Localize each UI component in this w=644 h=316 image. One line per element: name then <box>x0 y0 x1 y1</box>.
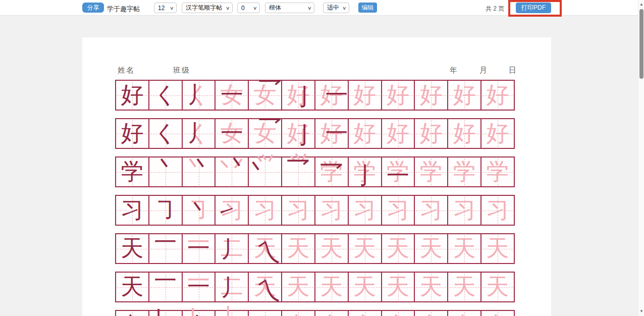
practice-cell: 习 <box>116 196 149 225</box>
practice-cell: 丿冂 <box>216 311 249 316</box>
practice-cell: 女乛 <box>249 119 282 148</box>
practice-cell: 学 <box>116 157 149 186</box>
practice-cell: 习 <box>249 196 282 225</box>
trace-glyph: 天 <box>382 234 414 263</box>
practice-cell: 天 <box>415 273 448 301</box>
practice-cell: 学乛 <box>315 157 349 186</box>
practice-cell: 好 <box>382 119 415 148</box>
practice-cell: 习 <box>382 196 415 225</box>
trace-glyph: 好 <box>481 81 514 110</box>
practice-cell: 习 <box>349 196 382 225</box>
trace-glyph: 天 <box>448 234 480 263</box>
stroke-glyph: 乀 <box>253 238 285 267</box>
scroll-down-icon[interactable]: ▼ <box>638 308 644 315</box>
name-label: 姓名 <box>118 66 135 75</box>
practice-cell: 天乀 <box>249 273 282 301</box>
practice-cell: 天 <box>415 234 448 263</box>
practice-cell: 学 <box>481 157 514 186</box>
offset-value: 0 <box>241 5 245 12</box>
practice-cell: 好一 <box>315 81 349 110</box>
practice-cell: 好 <box>448 119 481 148</box>
day-label: 日 <box>509 66 517 75</box>
scrollbar-thumb[interactable] <box>639 9 643 79</box>
practice-cell: 二丿 <box>216 234 249 263</box>
practice-grid: 好くく丿女一女乛好亅好一好好好好好好くく丿女一女乛好亅好一好好好好好学丶丶丶丷丶… <box>115 80 515 316</box>
trace-glyph: 好 <box>448 119 480 148</box>
practice-cell: 女一 <box>216 119 249 148</box>
stroke-glyph: く <box>149 119 182 148</box>
practice-cell: 向 <box>481 311 514 316</box>
practice-cell: 天 <box>481 234 514 263</box>
practice-cell: ㇆ <box>149 196 183 225</box>
stroke-glyph: 丨 <box>182 312 214 316</box>
practice-cell: 向 <box>448 311 481 316</box>
month-label: 月 <box>479 66 488 75</box>
grid-row-1-好: 好くく丿女一女乛好亅好一好好好好好 <box>115 80 515 111</box>
font-size-select[interactable]: 12 ∨ <box>154 3 177 13</box>
toolbar: 分享 学于趣字帖 12 ∨ 汉字笔顺字帖 ∨ 0 ∨ 楷体 ∨ 适中 ∨ 编辑 … <box>0 0 644 16</box>
font-family-value: 楷体 <box>269 4 281 12</box>
practice-cell: 天 <box>448 273 481 301</box>
stroke-glyph: 乛 <box>254 113 286 142</box>
print-pdf-button[interactable]: 打印PDF <box>516 3 551 13</box>
edit-button[interactable]: 编辑 <box>358 3 377 13</box>
grid-row-2-好: 好くく丿女一女乛好亅好一好好好好好 <box>115 118 515 149</box>
practice-cell: 习㇀ <box>216 196 249 225</box>
stroke-glyph: 丶 <box>186 151 218 180</box>
scroll-up-icon[interactable]: ▲ <box>638 1 644 8</box>
practice-cell: 天 <box>282 273 315 301</box>
chevron-down-icon: ∨ <box>170 6 174 11</box>
stroke-glyph: ㇀ <box>210 200 243 229</box>
stroke-glyph: 乛 <box>282 154 314 183</box>
class-label: 班级 <box>173 66 190 75</box>
stroke-glyph: 向 <box>116 311 148 316</box>
stroke-glyph: 丿 <box>146 306 179 316</box>
stroke-glyph: 好 <box>116 119 148 148</box>
worksheet-page: 姓名 班级 年 月 日 好くく丿女一女乛好亅好一好好好好好好くく丿女一女乛好亅好… <box>82 37 551 316</box>
density-select[interactable]: 适中 ∨ <box>323 3 349 13</box>
practice-cell: 好 <box>116 81 149 110</box>
practice-cell: 向一 <box>315 311 349 316</box>
offset-select[interactable]: 0 ∨ <box>237 3 260 13</box>
stroke-glyph: 乀 <box>253 277 285 305</box>
stroke-glyph: 一 <box>216 81 248 110</box>
practice-cell: 习 <box>481 196 514 225</box>
stroke-glyph: 丨 <box>249 313 281 316</box>
trace-glyph: 天 <box>282 273 314 301</box>
stroke-glyph: 一 <box>183 234 215 263</box>
chevron-down-icon: ∨ <box>253 6 257 11</box>
practice-cell: 好 <box>415 119 448 148</box>
grid-row-6-天: 天一一一二丿天乀天天天天天天天 <box>115 272 515 302</box>
stroke-glyph: 一 <box>382 162 414 190</box>
practice-cell: 天 <box>116 273 149 301</box>
stroke-glyph: 乛 <box>315 159 348 187</box>
practice-cell: 学 <box>415 157 448 186</box>
practice-cell: 女乛 <box>249 81 282 110</box>
trace-glyph: 习 <box>481 196 514 225</box>
scrollbar[interactable]: ▲ ▼ <box>638 0 644 316</box>
practice-cell: 习 <box>415 196 448 225</box>
sheet-type-select[interactable]: 汉字笔顺字帖 ∨ <box>182 3 233 13</box>
trace-glyph: 好 <box>448 81 480 110</box>
font-family-select[interactable]: 楷体 ∨ <box>265 3 314 13</box>
practice-cell: 习 <box>282 196 315 225</box>
stroke-glyph: 亅 <box>288 83 320 112</box>
practice-cell: 好 <box>415 81 448 110</box>
trace-glyph: 学 <box>481 157 514 186</box>
grid-row-7-向: 向丿丿丨丿冂冂丨向㇕向一向向向向向 <box>115 310 515 316</box>
practice-cell: 好 <box>349 119 382 148</box>
trace-glyph: 好 <box>415 81 447 110</box>
practice-cell: 好 <box>448 81 481 110</box>
trace-glyph: 习 <box>349 196 381 225</box>
practice-cell: 天 <box>382 234 415 263</box>
stroke-glyph: 丿 <box>216 235 248 264</box>
stroke-glyph: 一 <box>216 119 248 148</box>
grid-row-4-习: 习㇆㇆丶习㇀习习习习习习习习 <box>115 195 515 226</box>
trace-glyph: 学 <box>448 157 480 186</box>
share-button[interactable]: 分享 <box>82 3 104 13</box>
practice-cell: 天 <box>315 273 349 301</box>
practice-cell: 一一 <box>183 273 216 301</box>
practice-cell: 习 <box>315 196 349 225</box>
trace-glyph: 好 <box>382 119 414 148</box>
practice-cell: 丶丶 <box>183 157 216 186</box>
